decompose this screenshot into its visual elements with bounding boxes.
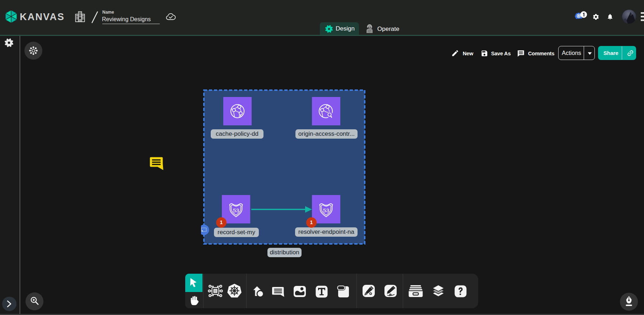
svg-text:53: 53 (233, 207, 239, 213)
